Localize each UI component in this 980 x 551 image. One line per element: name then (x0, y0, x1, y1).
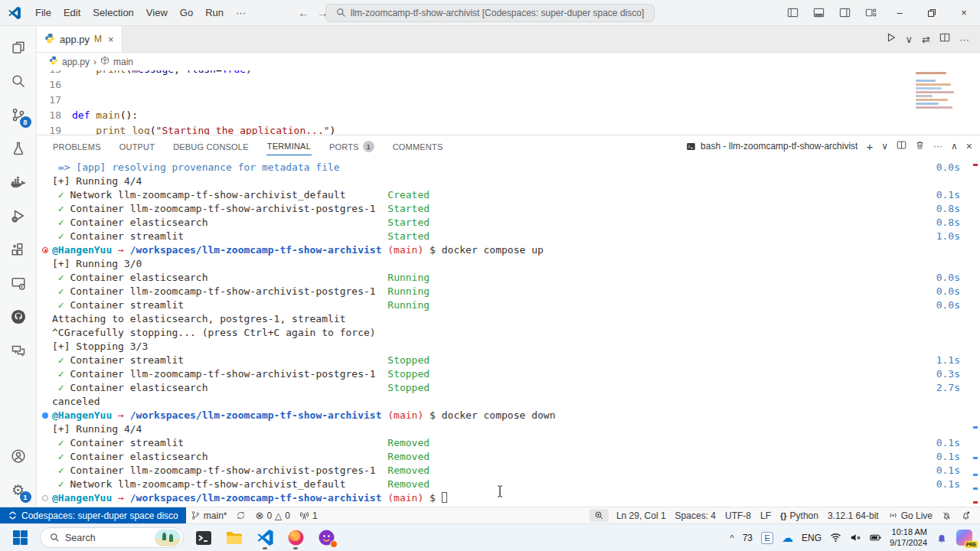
notifications[interactable] (956, 507, 975, 523)
command-decoration-ok[interactable] (42, 412, 48, 419)
nav-back-icon[interactable]: ← (298, 6, 309, 19)
menu-view[interactable]: View (140, 5, 174, 21)
sidebar-item-github[interactable] (0, 300, 37, 334)
panel-tab-debug-console[interactable]: DEBUG CONSOLE (172, 138, 250, 155)
tab-close-icon[interactable]: × (108, 34, 114, 45)
notification-bell-icon[interactable] (936, 532, 948, 544)
panel-tab-ports[interactable]: PORTS1 (328, 136, 375, 156)
remote-indicator[interactable]: Codespaces: super-duper space disco (0, 507, 186, 523)
close-panel-icon[interactable]: × (966, 140, 972, 152)
panel-tab-comments[interactable]: COMMENTS (392, 138, 444, 155)
customize-layout-icon[interactable] (858, 0, 884, 25)
command-decoration-current[interactable] (42, 495, 48, 501)
terminal-text: ✓ Network llm-zoomcamp-tf-show-archivist… (52, 188, 936, 202)
zoom-status[interactable] (590, 509, 609, 522)
toggle-panel-icon[interactable] (805, 0, 831, 25)
menu-run[interactable]: Run (199, 5, 230, 21)
bell-muted[interactable] (937, 507, 956, 523)
sidebar-item-explorer[interactable] (0, 31, 37, 64)
taskbar-purple-face-app[interactable] (314, 526, 338, 550)
terminal-line: ✓ Container llm-zoomcamp-tf-show-archivi… (52, 367, 960, 381)
ruler-mark (973, 426, 978, 429)
breadcrumb-symbol[interactable]: main (113, 57, 133, 67)
run-python-file-icon[interactable] (886, 32, 897, 46)
encoding[interactable]: UTF-8 (720, 507, 756, 523)
ports-forwarded[interactable]: 1 (295, 507, 322, 523)
copilot-icon[interactable]: PRE (956, 530, 972, 546)
panel-tab-output[interactable]: OUTPUT (119, 138, 155, 155)
python-interpreter[interactable]: 3.12.1 64-bit (823, 507, 884, 523)
menu-file[interactable]: File (29, 5, 57, 21)
taskbar-terminal-app[interactable] (191, 526, 216, 550)
cursor-position[interactable]: Ln 29, Col 1 (612, 507, 671, 523)
new-terminal-icon[interactable]: + (866, 140, 873, 153)
show-hidden-icons[interactable]: ^ (730, 533, 734, 543)
close-button[interactable]: × (948, 0, 980, 25)
terminal-text: ✓ Container elasticsearch Running (52, 271, 936, 285)
taskbar-file-explorer-app[interactable] (222, 526, 247, 550)
taskbar-vscode-app[interactable] (253, 526, 277, 550)
sidebar-item-comments[interactable] (0, 334, 37, 367)
split-terminal-icon[interactable] (897, 139, 906, 153)
sync-status[interactable] (231, 507, 250, 523)
wifi-icon[interactable] (830, 532, 841, 543)
panel-tab-problems[interactable]: PROBLEMS (52, 138, 102, 155)
sidebar-item-settings[interactable]: ⚙1 (0, 473, 37, 507)
sidebar-item-docker[interactable] (0, 165, 37, 199)
terminal-line: Attaching to elasticsearch, postgres-1, … (52, 312, 960, 326)
taskbar-firefox-app[interactable] (283, 526, 308, 550)
maximize-panel-icon[interactable]: ∧ (951, 141, 958, 152)
language-indicator[interactable]: ENG (802, 533, 822, 543)
terminal-line: @HangenYuu → /workspaces/llm-zoomcamp-tf… (52, 409, 960, 422)
code-editor[interactable]: 15 print(message, flush=True)161718def m… (37, 70, 980, 135)
menu-go[interactable]: Go (174, 5, 199, 21)
breadcrumb-file[interactable]: app.py (62, 57, 90, 67)
language-mode[interactable]: {}Python (776, 507, 823, 523)
terminal-text: Attaching to elasticsearch, postgres-1, … (52, 312, 960, 326)
terminal-output[interactable]: => [app] resolving provenance for metada… (37, 157, 980, 507)
battery-icon[interactable] (870, 532, 881, 543)
menu-edit[interactable]: Edit (57, 5, 87, 21)
breadcrumb[interactable]: app.py › main (37, 53, 980, 70)
toggle-secondary-sidebar-icon[interactable] (831, 0, 858, 25)
e-app-tray-icon[interactable]: E (761, 532, 773, 544)
onedrive-icon[interactable]: ☁ (782, 531, 793, 545)
go-live[interactable]: Go Live (884, 507, 937, 523)
command-center-search[interactable]: llm-zoomcamp-tf-show-archivist [Codespac… (325, 4, 655, 22)
eol[interactable]: LF (756, 507, 776, 523)
minimap[interactable] (913, 70, 960, 133)
more-actions-icon[interactable]: ··· (959, 34, 969, 45)
problems-status[interactable]: ⊗0△0 (250, 507, 295, 523)
sidebar-item-extensions[interactable] (0, 233, 37, 266)
indentation[interactable]: Spaces: 4 (671, 507, 720, 523)
sidebar-item-accounts[interactable] (0, 439, 37, 473)
split-editor-icon[interactable] (939, 32, 950, 46)
sidebar-item-remote-explorer[interactable] (0, 266, 37, 300)
panel-tab-terminal[interactable]: TERMINAL (266, 137, 312, 155)
terminal-dropdown-chevron-icon[interactable]: ∨ (881, 141, 888, 152)
terminal-session-title[interactable]: bash - llm-zoomcamp-tf-show-archivist (686, 141, 858, 152)
sidebar-item-testing[interactable] (0, 132, 37, 165)
clock[interactable]: 10:18 AM9/17/2024 (890, 527, 927, 549)
code-text: def main(): (72, 108, 138, 123)
minimize-button[interactable]: – (884, 0, 916, 25)
run-dropdown-chevron-icon[interactable]: ∨ (906, 34, 913, 45)
start-button[interactable] (8, 526, 32, 550)
sidebar-item-search[interactable] (0, 64, 37, 98)
ruler-mark (973, 501, 978, 504)
branch-status[interactable]: main* (186, 507, 232, 523)
toggle-primary-sidebar-icon[interactable] (779, 0, 805, 25)
menu-selection[interactable]: Selection (87, 5, 139, 21)
kill-terminal-icon[interactable] (915, 139, 925, 153)
sidebar-item-source-control[interactable]: 8 (0, 98, 37, 132)
panel-more-actions-icon[interactable]: ··· (933, 141, 942, 152)
volume-muted-icon[interactable] (850, 532, 861, 543)
sidebar-item-run-debug[interactable] (0, 199, 37, 233)
restore-button[interactable] (916, 0, 948, 25)
compare-changes-icon[interactable]: ⇄ (922, 34, 930, 45)
tab-app-py[interactable]: app.py M × (37, 26, 122, 52)
command-decoration-error[interactable] (42, 247, 48, 253)
taskbar-search[interactable]: Search (40, 527, 184, 548)
temperature-widget[interactable]: 73 (743, 533, 753, 543)
menu-moremoremore[interactable]: ··· (230, 5, 252, 21)
